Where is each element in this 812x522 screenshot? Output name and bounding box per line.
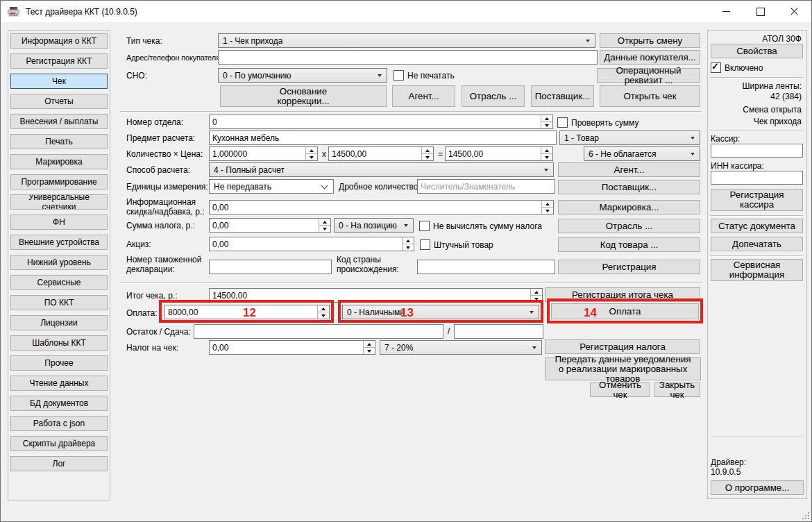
pay-button[interactable]: Оплата [551,303,699,319]
cashier-input[interactable] [711,144,803,158]
sidebar-item-json[interactable]: Работа с json [10,416,108,431]
sidebar-item-licenses[interactable]: Лицензии [10,315,108,330]
sidebar-item-registration[interactable]: Регистрация ККТ [10,53,108,69]
spinner-buttons[interactable] [421,147,433,160]
fraction-input[interactable] [417,179,555,194]
vat-dropdown[interactable]: 6 - Не облагается [584,146,700,161]
buyer-address-input[interactable] [218,50,598,65]
surrender-input[interactable] [454,324,543,339]
inn-input[interactable] [711,171,803,185]
customs-input[interactable] [209,260,332,274]
sidebar-item-information[interactable]: Информация о ККТ [10,33,108,49]
units-dropdown[interactable]: Не передавать [209,179,334,194]
total-spinner[interactable] [209,288,543,303]
change-input[interactable] [194,324,443,339]
sidebar-item-print[interactable]: Печать [10,134,108,149]
sidebar-item-receipt[interactable]: Чек [10,74,108,89]
spin-up-icon [531,289,542,295]
register-button[interactable]: Регистрация [558,260,700,274]
product-code-button[interactable]: Код товара ... [558,237,700,252]
sidebar-item-service[interactable]: Сервисные [10,275,108,290]
document-status-button[interactable]: Статус документа [711,219,803,233]
spinner-buttons[interactable] [541,147,552,160]
sidebar-item-external-devices[interactable]: Внешние устройства [10,235,108,250]
spinner-buttons[interactable] [541,201,553,214]
reprint-button[interactable]: Допечатать [711,237,803,251]
no-tax-calc-checkbox[interactable]: Не вычислять сумму налога [419,221,542,231]
spinner-buttons[interactable] [317,305,329,319]
department-spinner[interactable] [209,115,553,129]
minimize-button[interactable] [709,1,743,22]
resize-grip-icon[interactable] [808,518,809,519]
spinner-buttons[interactable] [402,237,414,251]
spinner-buttons[interactable] [530,289,542,302]
sidebar-item-low-level[interactable]: Нижний уровень [10,255,108,270]
country-input[interactable] [417,260,555,274]
amount-spinner[interactable] [445,146,553,161]
open-shift-button[interactable]: Открыть смену [600,33,700,48]
service-info-button[interactable]: Сервисная информация [711,259,803,281]
customs-label: Номер таможенной декларации: [126,255,204,274]
sidebar-item-log[interactable]: Лог [10,456,108,471]
supplier-button-top[interactable]: Поставщик... [531,85,594,107]
industry-button-top[interactable]: Отрасль ... [462,85,525,107]
spin-down-icon [422,153,433,160]
register-cashier-button[interactable]: Регистрация кассира [711,189,803,211]
subject-input[interactable] [209,130,557,145]
price-spinner[interactable] [328,146,434,161]
close-button[interactable] [777,1,811,22]
agent-button-top[interactable]: Агент... [392,85,455,107]
sidebar-item-kkt-software[interactable]: ПО ККТ [10,295,108,310]
receipt-tax-dropdown[interactable]: 7 - 20% [380,340,542,355]
check-sum-checkbox[interactable]: Проверять сумму [557,117,639,128]
receipt-type-dropdown[interactable]: 1 - Чек прихода [218,33,595,48]
spinner-buttons[interactable] [319,219,330,232]
about-button[interactable]: О программе... [711,480,804,495]
send-marking-notification-button[interactable]: Передать данные уведомления о реализации… [545,357,701,380]
correction-base-button[interactable]: Основание коррекции... [220,85,387,107]
subject-label: Предмет расчета: [126,133,195,143]
sidebar-item-universal-counters[interactable]: Универсальные счетчики [10,194,108,210]
sidebar-item-fn[interactable]: ФН [10,214,108,230]
close-receipt-button[interactable]: Закрыть чек [654,382,700,397]
sidebar-item-deposits-payouts[interactable]: Внесения / выплаты [10,114,108,129]
register-total-button[interactable]: Регистрация итога чека [545,287,700,302]
discount-spinner[interactable] [209,200,554,214]
payment-spinner[interactable] [164,305,330,319]
no-print-checkbox[interactable]: Не печатать [394,70,455,81]
sidebar-item-marking[interactable]: Маркировка [10,154,108,169]
open-receipt-button[interactable]: Открыть чек [600,85,700,107]
spinner-buttons[interactable] [541,115,552,128]
spinner-buttons[interactable] [363,341,375,354]
spinner-buttons[interactable] [305,147,317,160]
tax-sum-spinner[interactable] [209,218,331,233]
quantity-spinner[interactable] [209,146,318,161]
item-type-dropdown[interactable]: 1 - Товар [559,130,700,145]
agent-button[interactable]: Агент... [558,162,700,177]
cancel-receipt-button[interactable]: Отменить чек [590,382,650,397]
supplier-button[interactable]: Поставщик... [558,180,700,194]
sidebar-item-kkt-templates[interactable]: Шаблоны ККТ [10,335,108,351]
properties-button[interactable]: Свойства [711,44,803,58]
register-tax-button[interactable]: Регистрация налога [545,339,700,354]
sidebar-item-reports[interactable]: Отчеты [10,94,108,109]
sno-dropdown[interactable]: 0 - По умолчанию [218,68,387,83]
operational-attr-button[interactable]: Операционный реквизит ... [597,68,700,83]
industry-button[interactable]: Отрасль ... [558,219,700,233]
payment-method-dropdown[interactable]: 4 - Полный расчет [209,162,554,177]
buyer-data-button[interactable]: Данные покупателя... [600,50,700,65]
sidebar-item-programming[interactable]: Программирование [10,174,108,190]
tax-target-dropdown[interactable]: 0 - На позицию [334,218,414,233]
sidebar-item-driver-scripts[interactable]: Скрипты драйвера [10,436,108,451]
sidebar-item-doc-db[interactable]: БД документов [10,396,108,411]
maximize-button[interactable] [743,1,777,22]
sidebar-item-misc[interactable]: Прочее [10,355,108,371]
excise-spinner[interactable] [209,237,414,251]
piece-goods-checkbox[interactable]: Штучный товар [420,239,493,250]
receipt-tax-spinner[interactable] [209,340,375,355]
tape-width-label: Ширина ленты: [710,81,802,91]
sidebar-item-read-data[interactable]: Чтение данных [10,376,108,391]
marking-button[interactable]: Маркировка... [558,200,700,214]
enabled-checkbox[interactable]: Включено [711,62,763,73]
payment-type-dropdown[interactable]: 0 - Наличными [342,305,539,319]
